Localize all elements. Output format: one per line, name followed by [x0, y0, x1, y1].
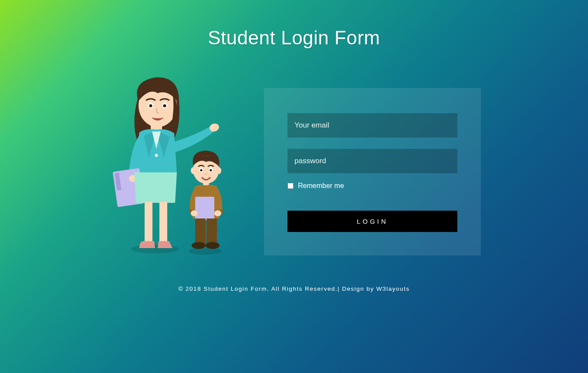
login-button[interactable]: LOGIN	[287, 211, 457, 232]
svg-rect-29	[195, 218, 206, 244]
page-title: Student Login Form	[0, 0, 588, 49]
svg-point-20	[200, 169, 202, 171]
svg-rect-26	[195, 197, 214, 220]
teacher-student-illustration	[107, 75, 238, 258]
footer-design-link[interactable]: W3layouts	[376, 286, 410, 292]
password-field[interactable]	[287, 149, 457, 173]
main-content: Remember me LOGIN	[0, 75, 588, 258]
svg-rect-13	[145, 202, 152, 242]
svg-point-22	[205, 173, 207, 175]
footer-text: © 2018 Student Login Form. All Rights Re…	[178, 286, 376, 292]
remember-me-row[interactable]: Remember me	[287, 182, 457, 190]
svg-point-28	[214, 210, 221, 216]
svg-point-32	[206, 242, 220, 249]
svg-point-27	[191, 210, 198, 216]
svg-rect-30	[206, 218, 217, 244]
footer: © 2018 Student Login Form. All Rights Re…	[0, 286, 588, 292]
svg-point-0	[131, 245, 179, 253]
remember-me-checkbox[interactable]	[287, 183, 294, 189]
svg-point-7	[163, 104, 166, 108]
svg-point-31	[192, 242, 206, 249]
email-field[interactable]	[287, 113, 457, 138]
svg-rect-14	[159, 202, 167, 242]
login-form-card: Remember me LOGIN	[264, 88, 481, 255]
svg-point-21	[210, 169, 212, 171]
svg-point-6	[149, 104, 152, 108]
remember-me-label: Remember me	[298, 182, 344, 190]
svg-point-1	[189, 248, 222, 255]
svg-point-9	[155, 154, 158, 157]
